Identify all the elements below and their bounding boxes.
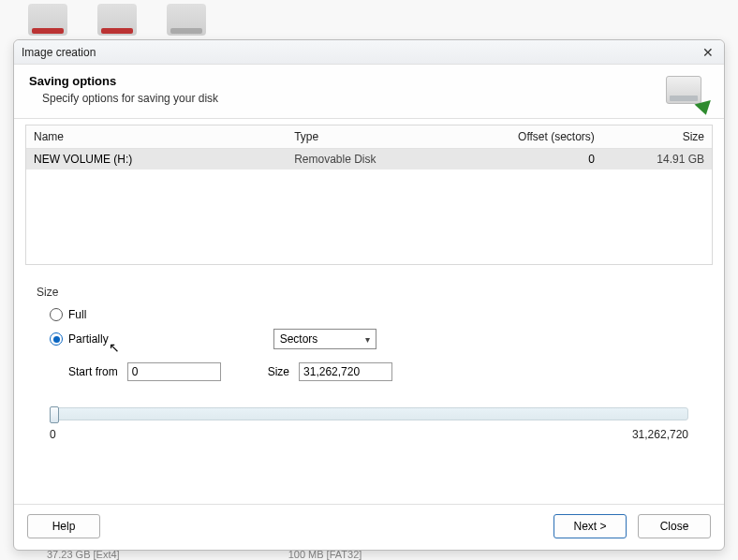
unit-selected: Sectors <box>280 332 318 346</box>
cursor-icon: ↖ <box>109 340 120 355</box>
slider-track[interactable] <box>50 407 688 420</box>
radio-full[interactable] <box>50 308 63 321</box>
col-size[interactable]: Size <box>602 125 712 149</box>
cell-name: NEW VOLUME (H:) <box>26 149 287 170</box>
close-button[interactable]: Close <box>638 514 711 538</box>
col-type[interactable]: Type <box>287 125 479 149</box>
next-button[interactable]: Next > <box>554 514 627 538</box>
dialog-content: Name Type Offset (sectors) Size NEW VOLU… <box>14 119 724 504</box>
dialog-title: Image creation <box>22 46 96 59</box>
disk-save-icon <box>666 72 711 113</box>
col-offset[interactable]: Offset (sectors) <box>479 125 602 149</box>
radio-partial-row[interactable]: Partially <box>50 332 109 346</box>
size-input[interactable] <box>299 362 392 381</box>
cell-type: Removable Disk <box>287 149 479 170</box>
background-drive-icons <box>28 4 206 36</box>
dialog-header: Saving options Specify options for savin… <box>14 65 724 119</box>
header-subtitle: Specify options for saving your disk <box>42 92 709 105</box>
col-name[interactable]: Name <box>26 125 287 149</box>
slider-thumb[interactable] <box>50 406 59 423</box>
size-label: Size <box>268 365 289 378</box>
unit-combobox[interactable]: Sectors ▾ <box>273 329 376 349</box>
radio-partial-label: Partially <box>68 332 109 346</box>
radio-full-row[interactable]: Full <box>50 308 701 321</box>
size-group: Size Full Partially ↖ Sectors ▾ Start fr… <box>25 282 713 454</box>
chevron-down-icon: ▾ <box>365 334 370 345</box>
table-row[interactable]: NEW VOLUME (H:) Removable Disk 0 14.91 G… <box>26 149 712 170</box>
slider-min-label: 0 <box>50 428 56 441</box>
radio-partial[interactable] <box>50 332 63 346</box>
range-slider[interactable]: 0 31,262,720 <box>50 407 688 441</box>
dialog-footer: Help Next > Close <box>14 504 724 550</box>
close-icon[interactable]: ✕ <box>700 44 716 61</box>
table-header-row[interactable]: Name Type Offset (sectors) Size <box>26 125 712 149</box>
disk-table[interactable]: Name Type Offset (sectors) Size NEW VOLU… <box>25 125 713 265</box>
size-legend: Size <box>37 286 701 299</box>
start-from-input[interactable] <box>127 362 221 381</box>
slider-max-label: 31,262,720 <box>632 428 688 441</box>
help-button[interactable]: Help <box>27 514 100 538</box>
image-creation-dialog: Image creation ✕ Saving options Specify … <box>13 39 725 551</box>
drive-icon <box>167 4 206 36</box>
radio-full-label: Full <box>68 308 86 321</box>
cell-size: 14.91 GB <box>602 149 712 170</box>
drive-icon <box>97 4 137 36</box>
drive-icon <box>28 4 67 36</box>
start-from-label: Start from <box>68 365 118 378</box>
header-title: Saving options <box>29 74 709 88</box>
cell-offset: 0 <box>479 149 602 170</box>
dialog-titlebar[interactable]: Image creation ✕ <box>14 40 724 65</box>
